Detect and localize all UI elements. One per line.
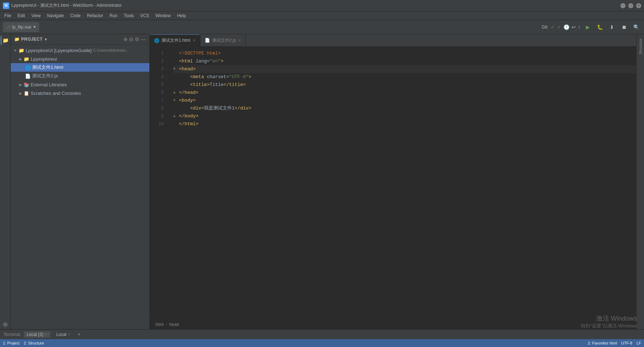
tree-file-js2[interactable]: 📄 测试文件2.js (11, 72, 149, 80)
code-line-1: <!DOCTYPE html> (173, 50, 636, 57)
status-html: html (609, 341, 617, 345)
code-line-5: <title>Title</title> (173, 81, 636, 89)
main-layout: 📁 📁 Project ▼ ⊕ ⊟ ⚙ — ▼ 📁 Lpyex (0, 34, 644, 329)
line-num-10: 10 (150, 120, 164, 128)
menu-run[interactable]: Run (107, 12, 120, 19)
menu-file[interactable]: File (1, 12, 14, 19)
activity-commit[interactable] (1, 320, 10, 329)
branch-icon: ⎇ (6, 25, 11, 30)
menu-tools[interactable]: Tools (121, 12, 137, 19)
title-bar-left: W LpyexploreUi - 测试文件1.html - WebStorm -… (3, 2, 122, 9)
close-button[interactable]: ✕ (636, 3, 641, 8)
fold-icon-9[interactable]: ▲ (173, 112, 178, 120)
fold-icon-6[interactable]: ▲ (173, 89, 178, 97)
menu-code[interactable]: Code (67, 12, 83, 19)
fold-icon-7[interactable]: ▼ (173, 97, 178, 104)
menu-refactor[interactable]: Refactor (84, 12, 106, 19)
line-numbers: 1 2 3 4 5 6 7 8 9 10 (150, 47, 168, 319)
branch-selector[interactable]: ⎇ lp_filp.vue ▼ (3, 22, 39, 32)
minimize-button[interactable]: ─ (620, 3, 625, 8)
run-button[interactable]: ▶ (583, 22, 593, 32)
terminal-tab-local2-label: Local (2) (27, 332, 44, 337)
editor-area: 🌐 测试文件1.html ✕ 📄 测试文件2.js ✕ 1 2 3 4 5 6 … (150, 34, 636, 329)
tree-folder-lpyexploreui[interactable]: ▶ 📁 Lpyexploreui (11, 55, 149, 63)
code-content[interactable]: <!DOCTYPE html> <html lang="en"> ▼ <head… (168, 47, 636, 319)
git-label: Git: (542, 25, 548, 30)
svg-point-1 (5, 324, 6, 325)
terminal-tab-local-close[interactable]: ✕ (68, 332, 71, 336)
branch-name: lp_filp.vue (12, 25, 31, 30)
git-check-icon[interactable]: ✓ (551, 24, 555, 30)
editor-tabs: 🌐 测试文件1.html ✕ 📄 测试文件2.js ✕ (150, 34, 636, 47)
menu-edit[interactable]: Edit (15, 12, 28, 19)
sidebar-header: 📁 Project ▼ ⊕ ⊟ ⚙ — (11, 34, 149, 45)
status-structure[interactable]: 2: Structure (24, 341, 44, 345)
sidebar-header-icons: ⊕ ⊟ ⚙ — (123, 36, 146, 42)
maximize-button[interactable]: □ (628, 3, 633, 8)
terminal-add-button[interactable]: ＋ (76, 331, 82, 338)
tab-html1[interactable]: 🌐 测试文件1.html ✕ (150, 34, 200, 47)
code-line-6: ▲ </head> (173, 89, 636, 97)
tab-js2-close[interactable]: ✕ (238, 38, 241, 43)
code-line-2: <html lang="en"> (173, 57, 636, 65)
bc-head[interactable]: head (169, 322, 179, 327)
external-libs-label: External Libraries (31, 82, 67, 87)
tree-external-libs[interactable]: ▶ 📚 External Libraries (11, 80, 149, 89)
menu-window[interactable]: Window (153, 12, 174, 19)
code-line-9: ▲ </body> (173, 112, 636, 120)
right-tab-structure[interactable]: Structure (638, 36, 643, 57)
project-icon: 📁 (14, 37, 21, 42)
git-revert-icon[interactable]: ↩ (572, 24, 576, 30)
git-check2-icon[interactable]: ✓ (557, 24, 561, 30)
scratches-label: Scratches and Consoles (31, 91, 81, 96)
tree-scratches[interactable]: ▶ 📋 Scratches and Consoles (11, 89, 149, 97)
menu-help[interactable]: Help (174, 12, 189, 19)
code-line-10: </html> (173, 120, 636, 128)
root-name: LpyexploreUi [LpyexploreGuide] (26, 48, 92, 53)
tab-html1-icon: 🌐 (154, 38, 159, 43)
status-favorites[interactable]: 2: Favorites (588, 339, 608, 347)
stop-button[interactable]: ⏹ (619, 22, 629, 32)
debug-button[interactable]: 🐛 (595, 22, 605, 32)
toolbar-left: ⎇ lp_filp.vue ▼ (3, 22, 39, 32)
tree-file-html1[interactable]: 🌐 测试文件1.html (11, 63, 149, 72)
code-line-4: <meta charset="UTF-8"> (173, 73, 636, 81)
title-bar-controls: ─ □ ✕ (620, 3, 641, 8)
fold-icon-3[interactable]: ▼ (173, 65, 178, 73)
app-logo: W (3, 2, 9, 9)
chevron-down-icon: ▼ (44, 37, 47, 41)
terminal-tab-local2[interactable]: Local (2) ✕ (24, 331, 51, 338)
activity-bar: 📁 (0, 34, 11, 329)
menu-navigate[interactable]: Navigate (44, 12, 67, 19)
add-file-icon[interactable]: ⊕ (123, 36, 128, 42)
tree-root[interactable]: ▼ 📁 LpyexploreUi [LpyexploreGuide] C:\Us… (11, 46, 149, 55)
search-everywhere-button[interactable]: 🔍 (631, 22, 641, 32)
minimize-sidebar-icon[interactable]: — (141, 36, 146, 42)
tab-js2[interactable]: 📄 测试文件2.js ✕ (200, 34, 246, 47)
line-num-8: 8 (150, 104, 164, 112)
menu-view[interactable]: View (29, 12, 44, 19)
terminal-tab-local[interactable]: Local ✕ (53, 331, 73, 338)
line-num-7: 7 (150, 97, 164, 104)
menu-vcs[interactable]: VCS (137, 12, 152, 19)
tab-html1-close[interactable]: ✕ (193, 38, 196, 43)
line-num-1: 1 (150, 50, 164, 57)
collapse-icon[interactable]: ⊟ (129, 36, 133, 42)
settings-icon[interactable]: ⚙ (135, 36, 139, 42)
code-editor[interactable]: 1 2 3 4 5 6 7 8 9 10 <!DOCTYPE html> (150, 47, 636, 319)
bc-sep: › (166, 322, 167, 327)
git-push-icon[interactable]: ↑ (578, 24, 581, 30)
line-num-9: 9 (150, 112, 164, 120)
status-line-separator: LF (637, 341, 641, 345)
line-num-2: 2 (150, 57, 164, 65)
activity-project[interactable]: 📁 (1, 36, 10, 45)
right-sidebar: Structure (636, 34, 644, 329)
coverage-button[interactable]: ⬇ (607, 22, 617, 32)
terminal-tab-local2-close[interactable]: ✕ (45, 332, 47, 336)
status-bar: 1: Project 2: Structure 2: Favorites htm… (0, 339, 644, 347)
status-left: 1: Project 2: Structure 2: Favorites (3, 341, 44, 345)
git-history-icon[interactable]: 🕐 (563, 24, 569, 30)
sidebar-title: 📁 Project ▼ (14, 37, 48, 42)
bc-html[interactable]: html (155, 322, 164, 327)
status-project[interactable]: 1: Project (3, 341, 19, 345)
